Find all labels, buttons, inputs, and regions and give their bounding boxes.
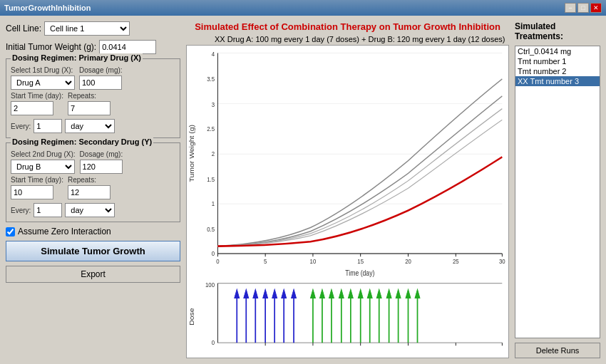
primary-day-select[interactable]: day <box>65 119 115 133</box>
secondary-drug-select[interactable]: Drug B <box>11 160 75 174</box>
primary-repeats-input[interactable] <box>68 101 111 115</box>
svg-text:1.5: 1.5 <box>207 175 215 183</box>
secondary-dosage-input[interactable] <box>80 160 123 174</box>
svg-text:4: 4 <box>212 50 215 58</box>
zero-interaction-checkbox[interactable] <box>6 227 15 236</box>
svg-text:20: 20 <box>405 257 411 265</box>
primary-dosage-label: Dosage (mg): <box>79 66 123 74</box>
chart-title: Simulated Effect of Combination Therapy … <box>186 21 509 32</box>
right-panel: Simulated Treatments: Ctrl_0.0414 mgTmt … <box>515 21 600 358</box>
secondary-group-title: Dosing Regimen: Secondary Drug (Y) <box>11 137 153 146</box>
tumor-weight-label: Initial Tumor Weight (g): <box>6 42 96 52</box>
svg-text:Tumor Weight (g): Tumor Weight (g) <box>188 125 195 182</box>
secondary-every-input[interactable] <box>34 203 62 217</box>
secondary-start-input[interactable] <box>11 185 53 199</box>
svg-text:2: 2 <box>212 150 215 158</box>
left-panel: Cell Line: Cell line 1 Initial Tumor Wei… <box>6 21 180 358</box>
chart-area: 0 0.5 1 1.5 2 2.5 3 3.5 4 Tumor Weight (… <box>186 45 509 358</box>
cell-line-select[interactable]: Cell line 1 <box>44 21 130 36</box>
primary-every-label: Every: <box>11 123 31 130</box>
cell-line-row: Cell Line: Cell line 1 <box>6 21 180 36</box>
primary-drug-group: Dosing Regimen: Primary Drug (X) Select … <box>6 58 180 138</box>
svg-text:0: 0 <box>216 257 220 265</box>
svg-text:Time (day): Time (day) <box>345 269 374 277</box>
primary-group-title: Dosing Regimen: Primary Drug (X) <box>11 53 143 62</box>
svg-text:1: 1 <box>212 200 215 208</box>
svg-text:2.5: 2.5 <box>207 125 215 132</box>
treatment-item[interactable]: Ctrl_0.0414 mg <box>515 46 600 56</box>
svg-text:0: 0 <box>212 339 215 347</box>
minimize-button[interactable]: − <box>565 3 576 13</box>
svg-text:3: 3 <box>212 100 215 108</box>
treatment-item[interactable]: XX Tmt number 3 <box>515 76 600 86</box>
secondary-dosage-label: Dosage (mg): <box>80 150 123 158</box>
tumor-weight-row: Initial Tumor Weight (g): <box>6 40 180 54</box>
primary-start-label: Start Time (day): <box>11 92 63 100</box>
svg-text:25: 25 <box>453 257 459 265</box>
center-panel: Simulated Effect of Combination Therapy … <box>186 21 509 358</box>
maximize-button[interactable]: □ <box>577 3 589 13</box>
svg-text:5: 5 <box>264 257 267 265</box>
simulate-button[interactable]: Simulate Tumor Growth <box>6 241 180 261</box>
treatment-item[interactable]: Tmt number 1 <box>515 56 600 66</box>
chart-subtitle: XX Drug A: 100 mg every 1 day (7 doses) … <box>186 35 509 43</box>
secondary-drug-group: Dosing Regimen: Secondary Drug (Y) Selec… <box>6 142 180 222</box>
delete-runs-button[interactable]: Delete Runs <box>515 343 600 358</box>
treatment-item[interactable]: Tmt number 2 <box>515 66 600 76</box>
svg-text:3.5: 3.5 <box>207 75 215 83</box>
zero-interaction-label: Assume Zero Interaction <box>18 227 111 236</box>
window-controls: − □ ✕ <box>565 3 602 13</box>
treatments-list: Ctrl_0.0414 mgTmt number 1Tmt number 2XX… <box>515 46 600 338</box>
window-title: TumorGrowthInhibition <box>4 4 91 12</box>
primary-dosage-input[interactable] <box>79 76 122 90</box>
primary-drug-label: Select 1st Drug (X): <box>11 66 75 74</box>
secondary-repeats-input[interactable] <box>68 185 111 199</box>
primary-repeats-label: Repeats: <box>68 92 111 100</box>
svg-text:30: 30 <box>499 257 505 265</box>
tumor-weight-input[interactable] <box>99 40 156 54</box>
svg-rect-0 <box>187 46 508 358</box>
secondary-drug-label: Select 2nd Drug (X): <box>11 150 76 158</box>
title-bar: TumorGrowthInhibition − □ ✕ <box>0 0 606 16</box>
svg-text:Dose: Dose <box>188 308 195 325</box>
secondary-repeats-label: Repeats: <box>68 176 111 184</box>
zero-interaction-row: Assume Zero Interaction <box>6 227 180 236</box>
simulated-treatments-label: Simulated Treatments: <box>515 21 600 41</box>
svg-text:100: 100 <box>205 281 215 288</box>
export-button[interactable]: Export <box>6 266 180 283</box>
primary-start-input[interactable] <box>11 101 53 115</box>
svg-text:0: 0 <box>212 249 215 257</box>
primary-every-input[interactable] <box>34 119 62 133</box>
chart-svg: 0 0.5 1 1.5 2 2.5 3 3.5 4 Tumor Weight (… <box>187 46 508 358</box>
primary-drug-select[interactable]: Drug A <box>11 76 75 90</box>
svg-text:0.5: 0.5 <box>207 225 215 233</box>
secondary-start-label: Start Time (day): <box>11 176 63 184</box>
svg-text:15: 15 <box>357 257 364 265</box>
svg-text:10: 10 <box>310 257 317 265</box>
secondary-day-select[interactable]: day <box>65 203 115 217</box>
secondary-every-label: Every: <box>11 207 31 214</box>
cell-line-label: Cell Line: <box>6 24 41 33</box>
close-button[interactable]: ✕ <box>590 3 602 13</box>
